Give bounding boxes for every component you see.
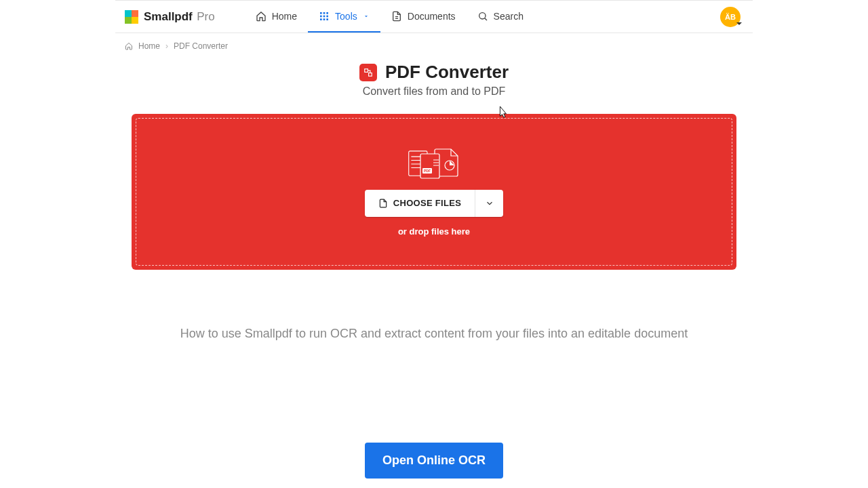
open-ocr-button[interactable]: Open Online OCR: [365, 443, 503, 479]
svg-rect-14: [420, 154, 439, 178]
choose-files-button[interactable]: CHOOSE FILES: [365, 190, 475, 217]
chevron-down-icon: [363, 13, 370, 20]
nav-tools[interactable]: Tools: [308, 1, 380, 33]
svg-rect-6: [320, 18, 322, 20]
svg-rect-8: [326, 18, 328, 20]
nav-search-label: Search: [494, 11, 524, 22]
choose-files-group: CHOOSE FILES: [365, 190, 503, 217]
choose-files-label: CHOOSE FILES: [393, 198, 461, 208]
page-header: PDF Converter Convert files from and to …: [115, 62, 753, 98]
converter-icon: [359, 64, 377, 81]
avatar[interactable]: ÄB: [720, 7, 741, 27]
files-illustration-icon: PDF: [408, 148, 460, 180]
svg-rect-2: [326, 12, 328, 14]
nav-home[interactable]: Home: [245, 1, 308, 33]
breadcrumb: Home › PDF Converter: [115, 33, 753, 52]
page-title: PDF Converter: [385, 62, 509, 83]
brand-name: Smallpdf: [144, 10, 193, 23]
svg-text:PDF: PDF: [424, 169, 431, 173]
search-icon: [477, 11, 488, 22]
svg-rect-0: [320, 12, 322, 14]
cta-section: Open Online OCR: [0, 443, 868, 479]
avatar-initials: ÄB: [725, 13, 736, 21]
howto-text: How to use Smallpdf to run OCR and extra…: [115, 327, 753, 341]
svg-rect-1: [323, 12, 326, 14]
svg-rect-11: [369, 73, 372, 76]
nav-home-label: Home: [272, 11, 297, 22]
chevron-down-icon: [485, 199, 494, 208]
svg-rect-5: [326, 15, 328, 17]
breadcrumb-home[interactable]: Home: [138, 41, 160, 51]
brand-tier: Pro: [197, 10, 214, 23]
home-icon: [125, 42, 133, 50]
top-nav: Smallpdf Pro Home Tools Documents Search: [115, 0, 753, 33]
breadcrumb-separator: ›: [165, 41, 168, 51]
svg-rect-10: [365, 68, 368, 72]
nav-documents[interactable]: Documents: [380, 1, 467, 33]
nav-links: Home Tools Documents Search: [245, 1, 534, 33]
svg-rect-3: [320, 15, 322, 17]
dropzone[interactable]: PDF CHOOSE FILES or drop files here: [132, 114, 736, 270]
drop-hint: or drop files here: [398, 226, 470, 237]
brand[interactable]: Smallpdf Pro: [125, 10, 215, 24]
svg-rect-7: [323, 18, 326, 20]
document-icon: [391, 11, 402, 22]
nav-documents-label: Documents: [408, 11, 456, 22]
svg-rect-4: [323, 15, 326, 17]
breadcrumb-current: PDF Converter: [174, 41, 228, 51]
dropzone-inner: PDF CHOOSE FILES or drop files here: [136, 118, 732, 266]
svg-point-9: [479, 12, 485, 18]
nav-search[interactable]: Search: [467, 1, 534, 33]
page-subtitle: Convert files from and to PDF: [115, 85, 753, 98]
file-icon: [378, 198, 388, 209]
logo-icon: [125, 10, 138, 24]
app-container: Smallpdf Pro Home Tools Documents Search: [115, 0, 753, 341]
home-icon: [256, 11, 267, 22]
choose-files-dropdown[interactable]: [475, 190, 503, 217]
open-ocr-label: Open Online OCR: [382, 453, 486, 467]
nav-tools-label: Tools: [335, 11, 357, 22]
grid-icon: [319, 11, 330, 22]
